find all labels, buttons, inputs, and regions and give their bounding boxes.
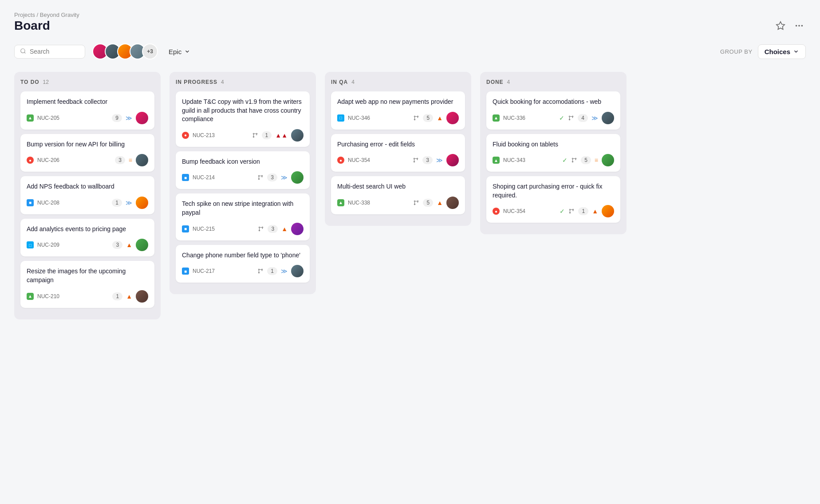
- search-icon: [20, 48, 26, 55]
- type-story-icon: ▲: [493, 114, 500, 122]
- type-subtask-icon: □: [27, 241, 34, 248]
- svg-point-6: [253, 133, 254, 134]
- card-title: Multi-dest search UI web: [337, 182, 459, 191]
- column-inqa: IN QA 4 Adapt web app no new payments pr…: [325, 72, 471, 226]
- card-c15[interactable]: Shoping cart purchasing error - quick fi…: [486, 176, 620, 223]
- avatar-overflow[interactable]: +3: [142, 43, 158, 59]
- choices-button[interactable]: Choices: [758, 44, 806, 59]
- issue-id: NUC-354: [503, 208, 525, 214]
- story-point-count: 1: [262, 131, 272, 139]
- card-c11[interactable]: Purchasing error - edit fields ● NUC-354…: [331, 134, 465, 172]
- column-count: 4: [507, 79, 510, 85]
- issue-id: NUC-205: [37, 115, 59, 121]
- card-title: Bump feedback icon version: [182, 158, 304, 166]
- type-bug-icon: ●: [182, 132, 189, 139]
- branch-icon: [258, 226, 264, 232]
- card-c1[interactable]: Implement feedback collector ▲ NUC-205 9…: [20, 91, 154, 130]
- card-title: Update T&C copy with v1.9 from the write…: [182, 98, 304, 124]
- assignee-avatar: [136, 239, 148, 251]
- check-icon: ✓: [559, 114, 564, 122]
- column-count: 4: [221, 79, 224, 85]
- type-task-icon: ■: [182, 174, 189, 181]
- column-title: TO DO: [20, 79, 39, 85]
- page-header: Board: [14, 19, 806, 33]
- branch-icon: [568, 115, 574, 121]
- card-meta: ▲ NUC-343 ✓ 5 ≡: [493, 154, 614, 166]
- issue-id: NUC-210: [37, 293, 59, 299]
- story-point-count: 1: [578, 207, 588, 215]
- story-point-count: 5: [423, 199, 433, 207]
- assignee-avatar: [602, 154, 614, 166]
- card-meta: ● NUC-354 ✓ 1 ▲: [493, 205, 614, 217]
- card-title: Resize the images for the upcoming campa…: [27, 267, 148, 284]
- branch-icon: [257, 268, 264, 274]
- card-c7[interactable]: Bump feedback icon version ■ NUC-214 3 ≫: [176, 151, 310, 189]
- branch-icon: [413, 157, 419, 163]
- story-point-count: 1: [112, 292, 122, 300]
- column-header-inqa: IN QA 4: [331, 79, 465, 85]
- card-c10[interactable]: Adapt web app no new payments provider □…: [331, 91, 465, 130]
- branch-icon: [413, 115, 419, 121]
- card-meta: ● NUC-213 1 ▲▲: [182, 129, 304, 142]
- type-subtask-icon: □: [337, 114, 344, 122]
- type-task-icon: ■: [182, 268, 189, 275]
- assignee-avatar: [602, 205, 614, 217]
- branch-icon: [568, 208, 575, 214]
- issue-id: NUC-208: [37, 200, 59, 206]
- card-meta: □ NUC-209 3 ▲: [27, 239, 148, 251]
- priority-low-icon: ≫: [126, 199, 132, 206]
- svg-point-15: [259, 269, 260, 270]
- assignee-avatar: [136, 197, 148, 209]
- card-title: Change phone number field type to 'phone…: [182, 251, 304, 260]
- branch-icon: [413, 200, 419, 206]
- column-header-inprogress: IN PROGRESS 4: [176, 79, 310, 85]
- branch-icon: [252, 132, 258, 138]
- star-button[interactable]: [774, 19, 787, 32]
- card-title: Add NPS feedback to wallboard: [27, 182, 148, 191]
- breadcrumb: Projects / Beyond Gravity: [14, 11, 806, 19]
- column-title: IN PROGRESS: [176, 79, 217, 85]
- card-c9[interactable]: Change phone number field type to 'phone…: [176, 245, 310, 283]
- svg-point-24: [414, 201, 415, 201]
- card-title: Shoping cart purchasing error - quick fi…: [493, 182, 614, 200]
- priority-high-icon: ▲: [281, 225, 288, 232]
- card-meta: ● NUC-354 3 ≫: [337, 154, 459, 166]
- card-c14[interactable]: Fluid booking on tablets ▲ NUC-343 ✓ 5 ≡: [486, 134, 620, 172]
- svg-point-9: [259, 176, 260, 177]
- issue-id: NUC-217: [193, 268, 215, 274]
- card-c2[interactable]: Bump version for new API for billing ● N…: [20, 134, 154, 172]
- priority-low-icon: ≫: [436, 157, 443, 164]
- card-meta: ■ NUC-214 3 ≫: [182, 171, 304, 184]
- type-story-icon: ▲: [27, 114, 34, 122]
- column-header-done: DONE 4: [486, 79, 620, 85]
- branch-icon: [571, 157, 577, 163]
- card-c12[interactable]: Multi-dest search UI web ▲ NUC-338 5 ▲: [331, 176, 465, 214]
- issue-id: NUC-346: [348, 115, 370, 121]
- page-title: Board: [14, 19, 50, 33]
- story-point-count: 1: [112, 199, 122, 207]
- column-inprogress: IN PROGRESS 4 Update T&C copy with v1.9 …: [170, 72, 316, 294]
- search-input[interactable]: [30, 48, 79, 55]
- search-box[interactable]: [14, 45, 85, 59]
- card-c8[interactable]: Tech spike on new stripe integration wit…: [176, 193, 310, 240]
- card-c3[interactable]: Add NPS feedback to wallboard ■ NUC-208 …: [20, 176, 154, 214]
- card-meta: ● NUC-206 3 ≡: [27, 154, 148, 166]
- priority-low-icon: ≫: [591, 114, 598, 122]
- assignee-avatar: [136, 154, 148, 166]
- card-c6[interactable]: Update T&C copy with v1.9 from the write…: [176, 91, 310, 147]
- header-actions: [774, 19, 806, 32]
- group-by-area: GROUP BY Choices: [720, 44, 806, 59]
- svg-point-18: [414, 116, 415, 117]
- column-done: DONE 4 Quick booking for accomodations -…: [480, 72, 627, 234]
- card-c5[interactable]: Resize the images for the upcoming campa…: [20, 261, 154, 307]
- svg-marker-0: [777, 22, 785, 29]
- card-c4[interactable]: Add analytics events to pricing page □ N…: [20, 219, 154, 257]
- card-c13[interactable]: Quick booking for accomodations - web ▲ …: [486, 91, 620, 130]
- issue-id: NUC-336: [503, 115, 525, 121]
- story-point-count: 4: [578, 114, 588, 122]
- epic-filter-button[interactable]: Epic: [165, 46, 194, 57]
- priority-high-icon: ▲: [126, 241, 132, 248]
- check-icon: ✓: [562, 157, 568, 164]
- assignee-avatar: [291, 223, 304, 235]
- more-options-button[interactable]: [792, 19, 806, 32]
